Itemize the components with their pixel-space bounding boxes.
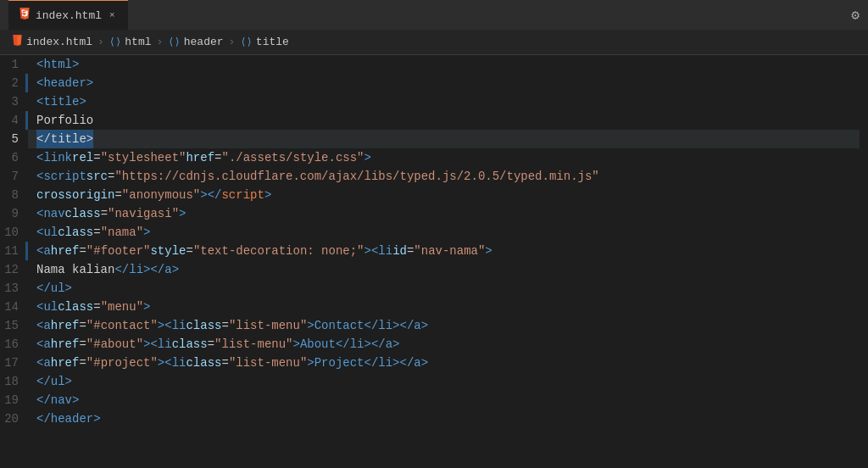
breadcrumb-tag-icon-2: ⟨⟩ bbox=[168, 36, 180, 48]
token: "#contact" bbox=[86, 316, 158, 335]
code-line-4: Porfolio bbox=[28, 111, 860, 130]
token: = bbox=[108, 167, 114, 186]
token: "navigasi" bbox=[108, 204, 179, 223]
token: "https://cdnjs.cloudflare.com/ajax/libs/… bbox=[114, 167, 598, 186]
token: <header> bbox=[36, 74, 93, 92]
breadcrumb-tag-icon-3: ⟨⟩ bbox=[240, 36, 252, 48]
token: "#about" bbox=[86, 335, 143, 354]
token: "nav-nama" bbox=[414, 242, 485, 260]
token: </nav> bbox=[36, 391, 79, 410]
token: ><li bbox=[143, 335, 172, 354]
token: ><li bbox=[158, 354, 186, 372]
tab-close-button[interactable]: × bbox=[107, 9, 118, 21]
line-num-1: 1 bbox=[0, 55, 25, 74]
line-num-8: 8 bbox=[0, 186, 25, 204]
token: class bbox=[186, 316, 221, 335]
token: class bbox=[58, 298, 93, 316]
token: href bbox=[51, 335, 80, 354]
token: = bbox=[221, 354, 228, 372]
token: > bbox=[143, 223, 150, 242]
line-num-4: 4 bbox=[0, 111, 25, 130]
code-line-6: <link rel="stylesheet" href="./assets/st… bbox=[28, 148, 860, 167]
breadcrumb-header[interactable]: ⟨⟩ header bbox=[168, 36, 223, 48]
scrollbar[interactable] bbox=[860, 55, 868, 468]
token: "#footer" bbox=[86, 242, 151, 260]
token: class bbox=[172, 335, 208, 354]
token: "#project" bbox=[86, 354, 158, 372]
code-line-1: <html> bbox=[28, 55, 860, 74]
token: </ul> bbox=[36, 372, 72, 391]
html5-icon bbox=[19, 8, 31, 23]
breadcrumb-sep-2: › bbox=[157, 36, 164, 48]
token: class bbox=[65, 204, 101, 223]
line-num-10: 10 bbox=[0, 223, 25, 242]
line-gutter: 1234567891011121314151617181920 bbox=[0, 55, 28, 468]
token: src bbox=[86, 167, 108, 186]
line-num-15: 15 bbox=[0, 316, 25, 335]
token: <nav bbox=[36, 204, 65, 223]
code-line-2: <header> bbox=[28, 74, 860, 92]
token: > bbox=[143, 298, 150, 316]
token: "text-decoration: none;" bbox=[193, 242, 364, 260]
token: "stylesheet" bbox=[101, 148, 186, 167]
breadcrumb: index.html › ⟨⟩ html › ⟨⟩ header › ⟨⟩ ti… bbox=[0, 30, 868, 55]
token: = bbox=[407, 242, 414, 260]
token: = bbox=[93, 298, 100, 316]
line-num-5: 5 bbox=[0, 130, 25, 148]
code-content[interactable]: <html> <header> <title> Porfolio </title… bbox=[28, 55, 860, 468]
code-line-15: <a href="#contact"><li class="list-menu"… bbox=[28, 316, 860, 335]
line-num-13: 13 bbox=[0, 279, 25, 298]
token: </ul> bbox=[36, 279, 72, 298]
token: <script bbox=[36, 167, 86, 186]
code-line-3: <title> bbox=[28, 92, 860, 111]
token: > bbox=[264, 186, 271, 204]
code-line-8: crossorigin="anonymous"></script> bbox=[28, 186, 860, 204]
token: <html> bbox=[36, 55, 79, 74]
line-numbers-col: 1234567891011121314151617181920 bbox=[0, 55, 25, 468]
token: href bbox=[51, 242, 80, 260]
token: href bbox=[51, 354, 80, 372]
code-line-18: </ul> bbox=[28, 372, 860, 391]
token: href bbox=[51, 316, 80, 335]
token: Nama kalian bbox=[36, 260, 114, 279]
code-line-19: </nav> bbox=[28, 391, 860, 410]
line-num-19: 19 bbox=[0, 391, 25, 410]
token: Porfolio bbox=[36, 111, 93, 130]
token: id bbox=[392, 242, 407, 260]
tab-label: index.html bbox=[36, 9, 102, 22]
line-num-6: 6 bbox=[0, 148, 25, 167]
line-num-12: 12 bbox=[0, 260, 25, 279]
token: crossorigin bbox=[36, 186, 114, 204]
token: <a bbox=[36, 354, 51, 372]
code-line-14: <ul class="menu"> bbox=[28, 298, 860, 316]
line-num-11: 11 bbox=[0, 242, 25, 260]
token: "list-menu" bbox=[229, 354, 307, 372]
token: <title> bbox=[36, 92, 86, 111]
token: "menu" bbox=[101, 298, 143, 316]
breadcrumb-title-label: title bbox=[256, 36, 289, 48]
title-bar: index.html × ⚙ bbox=[0, 0, 868, 30]
breadcrumb-file[interactable]: index.html bbox=[12, 35, 92, 49]
editor-tab[interactable]: index.html × bbox=[8, 0, 128, 30]
token: "list-menu" bbox=[214, 335, 292, 354]
token: <a bbox=[36, 316, 51, 335]
token: = bbox=[214, 148, 221, 167]
code-line-13: </ul> bbox=[28, 279, 860, 298]
line-num-18: 18 bbox=[0, 372, 25, 391]
token: = bbox=[186, 242, 192, 260]
token: <ul bbox=[36, 298, 58, 316]
token: ></ bbox=[200, 186, 221, 204]
code-line-20: </header> bbox=[28, 410, 860, 428]
code-line-9: <nav class="navigasi"> bbox=[28, 204, 860, 223]
token: ><li bbox=[158, 316, 186, 335]
breadcrumb-html[interactable]: ⟨⟩ html bbox=[109, 36, 152, 48]
code-line-17: <a href="#project"><li class="list-menu"… bbox=[28, 354, 860, 372]
token: = bbox=[79, 335, 86, 354]
breadcrumb-title[interactable]: ⟨⟩ title bbox=[240, 36, 288, 48]
token: = bbox=[101, 204, 108, 223]
settings-icon[interactable]: ⚙ bbox=[851, 7, 860, 24]
code-line-7: <script src="https://cdnjs.cloudflare.co… bbox=[28, 167, 860, 186]
token: > bbox=[364, 148, 371, 167]
line-num-7: 7 bbox=[0, 167, 25, 186]
code-line-11: <a href="#footer" style="text-decoration… bbox=[28, 242, 860, 260]
